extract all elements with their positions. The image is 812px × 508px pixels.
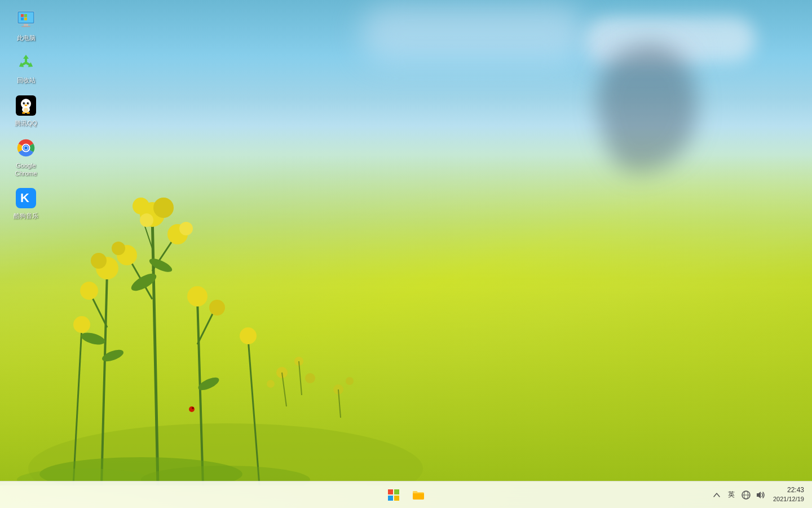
svg-rect-71 (394, 496, 399, 501)
taskbar-right: 英 22:43 (711, 484, 812, 505)
svg-point-10 (112, 242, 125, 255)
chevron-up-icon (713, 492, 720, 498)
svg-rect-50 (24, 14, 27, 17)
svg-point-41 (346, 377, 354, 385)
start-button[interactable] (382, 484, 405, 506)
svg-point-17 (80, 282, 98, 300)
svg-point-12 (179, 222, 193, 235)
kuwo-music-icon: K (15, 187, 37, 209)
clock-date: 2021/12/19 (773, 495, 804, 503)
svg-point-25 (240, 327, 257, 344)
svg-point-21 (209, 300, 225, 316)
svg-point-60 (24, 108, 28, 112)
my-computer-icon (15, 9, 37, 32)
svg-point-39 (267, 380, 275, 388)
wallpaper-flowers (0, 102, 423, 485)
my-computer-label: 此电脑 (17, 34, 36, 42)
recycle-bin-icon (15, 51, 37, 74)
svg-point-57 (28, 102, 29, 103)
svg-point-56 (24, 102, 25, 103)
recycle-bin-label: 回收站 (17, 76, 36, 84)
svg-rect-49 (21, 14, 24, 17)
svg-marker-75 (757, 492, 761, 498)
desktop: 此电脑 回收站 (0, 0, 812, 508)
svg-line-19 (197, 310, 214, 344)
svg-point-8 (140, 213, 153, 227)
svg-point-38 (305, 373, 315, 383)
qq-label: 腾讯QQ (15, 119, 37, 127)
svg-rect-68 (388, 489, 393, 494)
svg-point-34 (189, 406, 195, 412)
taskbar: 英 22:43 (0, 481, 812, 508)
file-explorer-icon (412, 488, 425, 502)
desktop-icons-container: 此电脑 回收站 (6, 6, 46, 224)
svg-point-7 (153, 198, 174, 218)
show-hidden-icons-button[interactable] (711, 489, 722, 501)
svg-text:K: K (20, 191, 29, 205)
svg-point-29 (80, 331, 106, 347)
network-button[interactable] (740, 489, 752, 501)
desktop-icon-kuwo-music[interactable]: K 酷狗音乐 (6, 183, 46, 223)
taskbar-center (382, 484, 430, 506)
svg-point-58 (25, 104, 28, 106)
desktop-icon-qq[interactable]: 腾讯QQ (6, 91, 46, 130)
volume-button[interactable] (755, 489, 766, 501)
svg-point-62 (27, 112, 30, 113)
svg-point-66 (24, 146, 28, 150)
windows-logo-icon (387, 488, 400, 502)
volume-icon (756, 490, 766, 500)
clock-time: 22:43 (787, 485, 804, 495)
svg-line-43 (299, 361, 302, 395)
language-button[interactable]: 英 (726, 489, 737, 501)
desktop-icon-recycle-bin[interactable]: 回收站 (6, 48, 46, 87)
kuwo-music-label: 酷狗音乐 (14, 212, 38, 220)
svg-point-16 (91, 253, 107, 269)
svg-rect-70 (388, 496, 393, 501)
google-chrome-icon (15, 137, 37, 159)
svg-point-35 (192, 407, 194, 409)
network-icon (741, 490, 751, 500)
svg-rect-48 (21, 26, 30, 27)
file-explorer-button[interactable] (407, 484, 430, 506)
svg-rect-69 (394, 489, 399, 494)
desktop-icon-my-computer[interactable]: 此电脑 (6, 6, 46, 45)
svg-point-6 (133, 198, 149, 214)
language-label: 英 (728, 490, 735, 500)
svg-point-20 (187, 286, 208, 306)
cloud-3 (361, 6, 586, 62)
svg-rect-51 (21, 17, 24, 20)
desktop-icon-google-chrome[interactable]: Google Chrome (6, 133, 46, 181)
svg-rect-52 (24, 17, 27, 20)
qq-icon (15, 94, 37, 117)
clock[interactable]: 22:43 2021/12/19 (770, 484, 807, 505)
svg-point-61 (22, 112, 25, 113)
svg-point-23 (73, 316, 90, 333)
google-chrome-label: Google Chrome (8, 161, 44, 178)
svg-rect-47 (24, 24, 28, 26)
